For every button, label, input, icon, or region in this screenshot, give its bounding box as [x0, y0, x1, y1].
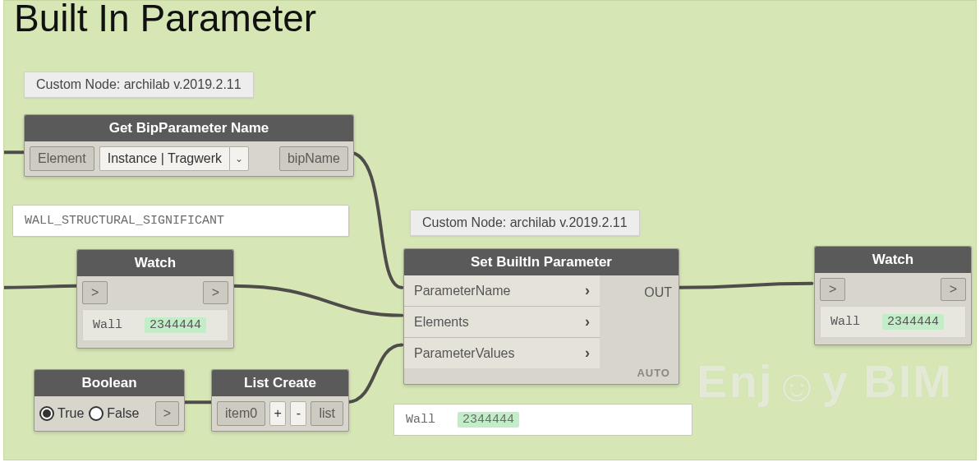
- port-label: ParameterName: [414, 284, 510, 298]
- port-label: ParameterValues: [414, 346, 514, 361]
- boolean-false-label: False: [107, 406, 139, 421]
- node-title: List Create: [212, 370, 348, 396]
- node-title: Watch: [77, 250, 233, 276]
- watch-item-label: Wall: [830, 315, 860, 329]
- output-port-out[interactable]: OUT: [644, 285, 672, 300]
- setparam-result: Wall 2344444: [393, 404, 692, 436]
- radio-icon: [89, 406, 104, 421]
- page-title: Built In Parameter: [14, 0, 316, 40]
- result-item-id: 2344444: [458, 412, 519, 428]
- node-set-builtin-parameter[interactable]: Set BuiltIn Parameter ParameterName › El…: [403, 248, 679, 385]
- watch-item-id: 2344444: [882, 314, 944, 330]
- watch-prev[interactable]: >: [820, 278, 845, 301]
- port-label: Elements: [414, 315, 469, 330]
- boolean-true-option[interactable]: True: [39, 406, 84, 421]
- watch-prev[interactable]: >: [82, 281, 108, 304]
- remove-input-button[interactable]: -: [290, 401, 306, 426]
- node-get-bip-parameter-name[interactable]: Get BipParameter Name Element Instance |…: [24, 114, 354, 177]
- input-port-item0[interactable]: item0: [217, 401, 265, 426]
- custom-node-badge-top: Custom Node: archilab v.2019.2.11: [24, 72, 254, 98]
- boolean-true-label: True: [58, 406, 84, 421]
- chevron-right-icon: ›: [585, 313, 590, 331]
- getbip-result: WALL_STRUCTURAL_SIGNIFICANT: [12, 205, 349, 237]
- watermark: Enj☺y BIM: [697, 354, 953, 412]
- custom-node-badge-mid: Custom Node: archilab v.2019.2.11: [410, 210, 640, 236]
- node-boolean[interactable]: Boolean True False >: [34, 369, 185, 432]
- node-title: Boolean: [35, 370, 184, 396]
- output-port-list[interactable]: list: [311, 401, 343, 426]
- input-port-parametername[interactable]: ParameterName ›: [404, 275, 600, 306]
- node-list-create[interactable]: List Create item0 + - list: [211, 369, 349, 432]
- node-title: Watch: [815, 247, 971, 273]
- graph-canvas[interactable]: Built In Parameter Custom Node: archilab…: [3, 0, 977, 460]
- input-port-parametervalues[interactable]: ParameterValues ›: [404, 337, 600, 368]
- node-title: Set BuiltIn Parameter: [404, 249, 679, 275]
- output-port-bipname[interactable]: bipName: [279, 146, 348, 171]
- input-port-element[interactable]: Element: [30, 146, 94, 171]
- chevron-right-icon: ›: [585, 282, 590, 299]
- result-item-label: Wall: [406, 413, 435, 427]
- output-port-boolean[interactable]: >: [155, 401, 179, 426]
- watch-item-id: 2344444: [145, 317, 206, 333]
- add-input-button[interactable]: +: [269, 401, 286, 426]
- chevron-right-icon: ›: [585, 344, 590, 362]
- node-watch-right[interactable]: Watch > > Wall 2344444: [814, 246, 972, 345]
- lacing-auto-label: AUTO: [637, 367, 670, 379]
- watch-next[interactable]: >: [941, 278, 966, 301]
- watch-item-label: Wall: [93, 318, 122, 332]
- chevron-down-icon[interactable]: ⌄: [229, 146, 249, 171]
- node-title: Get BipParameter Name: [25, 115, 353, 141]
- radio-icon: [39, 406, 54, 421]
- boolean-false-option[interactable]: False: [89, 406, 139, 421]
- watch-content: Wall 2344444: [820, 306, 966, 338]
- watch-next[interactable]: >: [203, 281, 228, 304]
- watch-content: Wall 2344444: [82, 309, 228, 341]
- dropdown-value[interactable]: Instance | Tragwerk: [99, 146, 229, 171]
- input-port-elements[interactable]: Elements ›: [404, 306, 600, 337]
- node-watch-left[interactable]: Watch > > Wall 2344444: [76, 249, 234, 349]
- bip-dropdown[interactable]: Instance | Tragwerk ⌄: [99, 146, 249, 171]
